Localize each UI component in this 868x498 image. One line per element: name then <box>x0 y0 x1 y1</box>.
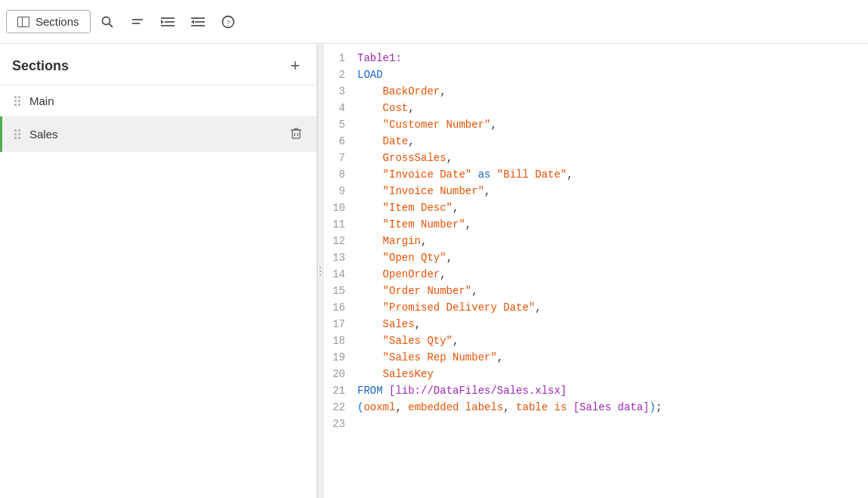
code-line-20: 20 SalesKey <box>323 366 868 382</box>
indent-less-icon <box>190 16 205 28</box>
sidebar-item-main-label: Main <box>29 94 304 107</box>
code-line-19: 19 "Sales Rep Number", <box>323 349 868 366</box>
indent-more-button[interactable] <box>154 8 181 36</box>
delete-sales-button[interactable] <box>288 125 304 143</box>
svg-text:?: ? <box>226 18 230 26</box>
help-button[interactable]: ? <box>215 8 242 36</box>
sidebar-header: Sections + <box>0 44 317 85</box>
sections-button[interactable]: Sections <box>6 10 91 33</box>
svg-rect-12 <box>292 130 300 138</box>
code-line-5: 5 "Customer Number", <box>323 116 868 133</box>
main-area: Sections + Main <box>0 44 868 498</box>
code-line-9: 9 "Invoice Number", <box>323 183 868 200</box>
code-line-16: 16 "Promised Delivery Date", <box>323 299 868 316</box>
sidebar-toggle-icon <box>17 17 29 27</box>
sidebar: Sections + Main <box>0 44 317 498</box>
panel-divider[interactable] <box>317 44 323 498</box>
search-icon <box>100 15 114 29</box>
code-line-23: 23 <box>323 416 868 432</box>
drag-handle-sales <box>14 129 20 139</box>
code-line-11: 11 "Item Number", <box>323 216 868 233</box>
sidebar-item-main[interactable]: Main <box>0 85 317 116</box>
sidebar-item-sales-label: Sales <box>29 128 279 141</box>
code-line-10: 10 "Item Desc", <box>323 200 868 216</box>
comment-button[interactable] <box>124 8 151 36</box>
indent-more-icon <box>160 16 175 28</box>
comment-icon <box>131 16 144 28</box>
code-line-21: 21 FROM [lib://DataFiles/Sales.xlsx] <box>323 382 868 399</box>
code-line-12: 12 Margin, <box>323 233 868 249</box>
indent-less-button[interactable] <box>184 8 212 36</box>
code-line-17: 17 Sales, <box>323 316 868 333</box>
search-button[interactable] <box>94 8 121 36</box>
code-line-18: 18 "Sales Qty", <box>323 333 868 349</box>
drag-handle-main <box>14 96 20 106</box>
code-line-4: 4 Cost, <box>323 100 868 116</box>
code-line-13: 13 "Open Qty", <box>323 249 868 266</box>
sections-button-label: Sections <box>36 15 79 28</box>
sidebar-title: Sections <box>12 58 69 74</box>
svg-line-1 <box>109 23 113 27</box>
code-line-7: 7 GrossSales, <box>323 150 868 166</box>
code-line-8: 8 "Invoice Date" as "Bill Date", <box>323 166 868 183</box>
help-icon: ? <box>221 15 235 29</box>
code-line-15: 15 "Order Number", <box>323 283 868 299</box>
trash-icon <box>291 127 301 139</box>
code-line-22: 22 (ooxml, embedded labels, table is [Sa… <box>323 399 868 416</box>
svg-point-0 <box>102 17 110 24</box>
code-line-1: 1 Table1: <box>323 50 868 67</box>
toolbar: Sections ? <box>0 0 868 44</box>
sidebar-item-sales[interactable]: Sales <box>0 116 317 152</box>
code-line-14: 14 OpenOrder, <box>323 266 868 283</box>
code-line-2: 2 LOAD <box>323 67 868 83</box>
code-line-6: 6 Date, <box>323 133 868 150</box>
code-line-3: 3 BackOrder, <box>323 83 868 100</box>
add-section-button[interactable]: + <box>286 56 304 76</box>
code-editor[interactable]: 1 Table1: 2 LOAD 3 BackOrder, 4 Cost, 5 … <box>323 44 868 498</box>
sidebar-list: Main Sales <box>0 85 317 498</box>
